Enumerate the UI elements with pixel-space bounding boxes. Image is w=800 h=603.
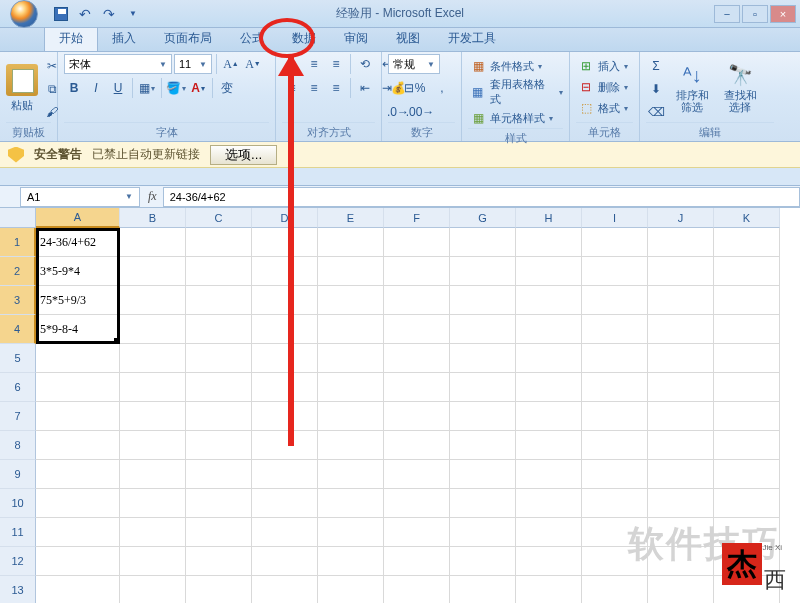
number-format-combo[interactable]: 常规▼	[388, 54, 440, 74]
cell[interactable]	[582, 460, 648, 489]
row-header[interactable]: 4	[0, 315, 36, 344]
cell[interactable]	[516, 460, 582, 489]
bold-button[interactable]: B	[64, 78, 84, 98]
clear-button[interactable]: ⌫	[646, 102, 666, 122]
tab-formulas[interactable]: 公式	[226, 26, 278, 51]
cell[interactable]	[186, 257, 252, 286]
paste-button[interactable]: 粘贴	[6, 54, 38, 122]
col-header[interactable]: D	[252, 208, 318, 228]
cell[interactable]	[252, 373, 318, 402]
cell[interactable]	[36, 402, 120, 431]
cell[interactable]	[648, 228, 714, 257]
cell[interactable]	[252, 286, 318, 315]
align-left-button[interactable]: ≡	[282, 78, 302, 98]
restore-button[interactable]: ▫	[742, 5, 768, 23]
underline-button[interactable]: U	[108, 78, 128, 98]
cell[interactable]	[450, 518, 516, 547]
cell[interactable]	[186, 344, 252, 373]
delete-cells-button[interactable]: ⊟删除▾	[576, 77, 628, 97]
cell[interactable]	[384, 228, 450, 257]
cell[interactable]	[450, 228, 516, 257]
tab-review[interactable]: 审阅	[330, 26, 382, 51]
cell[interactable]: 75*5+9/3	[36, 286, 120, 315]
sort-filter-button[interactable]: ᴬ↓ 排序和 筛选	[670, 54, 714, 122]
col-header[interactable]: J	[648, 208, 714, 228]
cell[interactable]	[450, 257, 516, 286]
cell[interactable]	[714, 489, 780, 518]
cell[interactable]	[384, 547, 450, 576]
cell[interactable]	[714, 460, 780, 489]
cell[interactable]	[648, 460, 714, 489]
cell[interactable]	[186, 489, 252, 518]
cell[interactable]	[582, 257, 648, 286]
cell[interactable]	[582, 228, 648, 257]
cell[interactable]	[318, 373, 384, 402]
cell[interactable]	[450, 431, 516, 460]
cell[interactable]	[450, 315, 516, 344]
cell[interactable]	[714, 315, 780, 344]
cell[interactable]	[384, 518, 450, 547]
cell[interactable]	[516, 373, 582, 402]
cell[interactable]	[252, 431, 318, 460]
cell[interactable]	[186, 228, 252, 257]
cell[interactable]: 3*5-9*4	[36, 257, 120, 286]
fill-button[interactable]: ⬇	[646, 79, 666, 99]
cell[interactable]	[36, 344, 120, 373]
cell[interactable]	[516, 315, 582, 344]
cell[interactable]	[186, 547, 252, 576]
row-header[interactable]: 8	[0, 431, 36, 460]
cell[interactable]	[384, 576, 450, 603]
cell[interactable]	[36, 547, 120, 576]
cell[interactable]	[186, 373, 252, 402]
borders-button[interactable]: ▦▾	[137, 78, 157, 98]
cell[interactable]	[120, 257, 186, 286]
cell[interactable]	[582, 431, 648, 460]
col-header[interactable]: G	[450, 208, 516, 228]
cell[interactable]	[252, 315, 318, 344]
orientation-button[interactable]: ⟲	[355, 54, 375, 74]
cell[interactable]	[714, 431, 780, 460]
cell[interactable]	[450, 344, 516, 373]
cell[interactable]	[36, 373, 120, 402]
font-name-combo[interactable]: 宋体▼	[64, 54, 172, 74]
cell[interactable]	[516, 518, 582, 547]
increase-font-button[interactable]: A▲	[221, 54, 241, 74]
row-header[interactable]: 1	[0, 228, 36, 257]
align-right-button[interactable]: ≡	[326, 78, 346, 98]
align-center-button[interactable]: ≡	[304, 78, 324, 98]
cell[interactable]	[36, 431, 120, 460]
cell[interactable]	[714, 228, 780, 257]
cell[interactable]	[186, 402, 252, 431]
font-size-combo[interactable]: 11▼	[174, 54, 212, 74]
col-header[interactable]: K	[714, 208, 780, 228]
tab-home[interactable]: 开始	[44, 25, 98, 51]
cell[interactable]	[648, 286, 714, 315]
cell[interactable]	[318, 344, 384, 373]
cell[interactable]	[648, 576, 714, 603]
cell[interactable]	[318, 489, 384, 518]
cell[interactable]	[648, 257, 714, 286]
cell[interactable]	[120, 373, 186, 402]
cell[interactable]	[648, 489, 714, 518]
cell[interactable]	[252, 344, 318, 373]
cell[interactable]	[516, 286, 582, 315]
cell[interactable]	[384, 489, 450, 518]
row-header[interactable]: 3	[0, 286, 36, 315]
cell[interactable]	[648, 344, 714, 373]
cell[interactable]	[516, 431, 582, 460]
cell[interactable]	[384, 257, 450, 286]
cell[interactable]	[450, 373, 516, 402]
cell[interactable]	[252, 518, 318, 547]
cell[interactable]	[516, 257, 582, 286]
cell[interactable]	[450, 576, 516, 603]
align-bottom-button[interactable]: ≡	[326, 54, 346, 74]
conditional-format-button[interactable]: ▦条件格式▾	[468, 56, 542, 76]
cell[interactable]	[252, 257, 318, 286]
cell[interactable]	[582, 489, 648, 518]
fill-color-button[interactable]: 🪣▾	[166, 78, 186, 98]
fx-button[interactable]: fx	[148, 189, 157, 204]
cell[interactable]	[252, 228, 318, 257]
cell[interactable]	[120, 547, 186, 576]
cell[interactable]	[186, 518, 252, 547]
comma-button[interactable]: ,	[432, 78, 452, 98]
